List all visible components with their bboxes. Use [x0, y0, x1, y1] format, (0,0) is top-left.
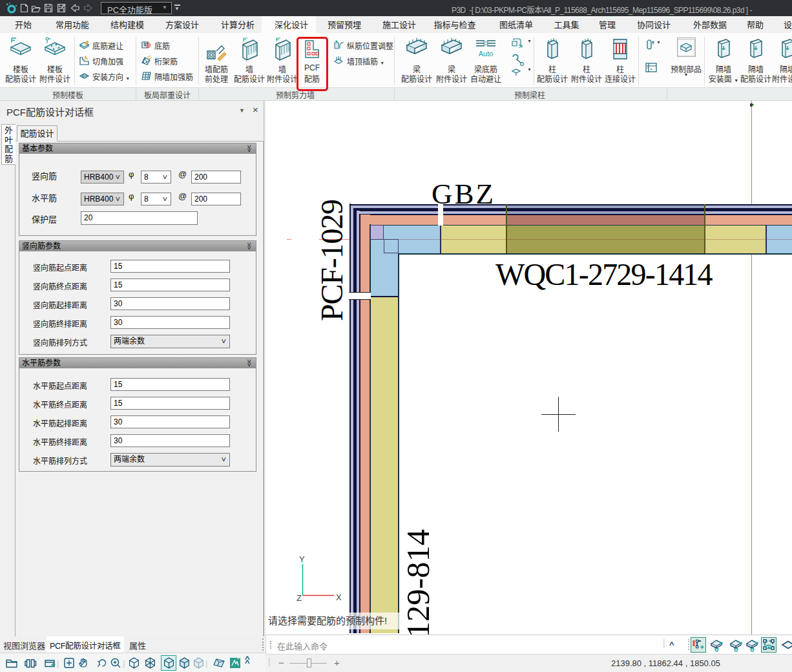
svg-text:GBZ: GBZ	[432, 178, 495, 210]
svg-text:WQC1-2729-1414: WQC1-2729-1414	[495, 257, 713, 291]
svg-text:X: X	[336, 593, 342, 602]
svg-text:WQC1-3129-814: WQC1-3129-814	[400, 529, 436, 635]
svg-text:PCF-1029: PCF-1029	[315, 200, 349, 321]
svg-text:Auto: Auto	[479, 50, 494, 58]
svg-text:Y: Y	[299, 554, 305, 564]
svg-text:Z: Z	[297, 593, 302, 603]
